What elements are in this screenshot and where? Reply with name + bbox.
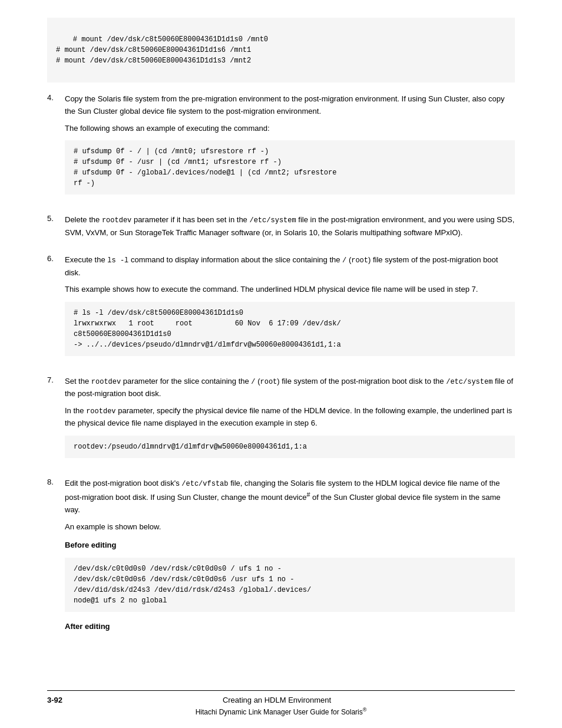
list-number-8: 8. xyxy=(47,477,65,486)
item5-inline-code-rootdev: rootdev xyxy=(102,216,131,225)
item7-code: rootdev:/pseudo/dlmndrv@1/dlmfdrv@w50060… xyxy=(65,436,515,458)
list-item-5: 5. Delete the rootdev parameter if it ha… xyxy=(47,214,515,243)
item4-code: # ufsdump 0f - / | (cd /mnt0; ufsrestore… xyxy=(65,140,515,195)
before-editing-label: Before editing xyxy=(65,539,515,552)
item5-para1: Delete the rootdev parameter if it has b… xyxy=(65,214,515,239)
item6-inline-slash: / xyxy=(342,256,346,265)
item8-inline-vfstab: /etc/vfstab xyxy=(181,480,228,488)
list-content-4: Copy the Solaris file system from the pr… xyxy=(65,93,515,203)
list-content-6: Execute the ls -l command to display inf… xyxy=(65,254,515,365)
item4-para2: The following shows an example of execut… xyxy=(65,123,515,135)
item8-para1: Edit the post-migration boot disk's /etc… xyxy=(65,477,515,516)
item8-para2: An example is shown below. xyxy=(65,521,515,533)
item6-para2: This example shows how to execute the co… xyxy=(65,284,515,296)
list-content-8: Edit the post-migration boot disk's /etc… xyxy=(65,477,515,635)
top-code-line-1: # mount /dev/dsk/c8t50060E80004361D1d1s0… xyxy=(56,35,268,65)
list-number-4: 4. xyxy=(47,93,65,102)
item6-inline-ls: ls -l xyxy=(107,256,128,265)
numbered-list: 4. Copy the Solaris file system from the… xyxy=(47,93,515,635)
page-container: # mount /dev/dsk/c8t50060E80004361D1d1s0… xyxy=(0,0,562,728)
list-content-7: Set the rootdev parameter for the slice … xyxy=(65,375,515,467)
item7-inline-slash: / xyxy=(251,378,255,386)
list-item-8: 8. Edit the post-migration boot disk's /… xyxy=(47,477,515,635)
item6-inline-root: root xyxy=(351,256,368,265)
item7-inline-root: root xyxy=(260,378,277,386)
item6-para1: Execute the ls -l command to display inf… xyxy=(65,254,515,279)
footer-subtitle: Hitachi Dynamic Link Manager User Guide … xyxy=(47,707,515,716)
footer-center-text: Creating an HDLM Environment xyxy=(62,696,491,704)
list-item-4: 4. Copy the Solaris file system from the… xyxy=(47,93,515,203)
list-item-7: 7. Set the rootdev parameter for the sli… xyxy=(47,375,515,467)
footer-page-number: 3-92 xyxy=(47,696,62,704)
footer-container: 3-92 Creating an HDLM Environment xyxy=(47,696,515,704)
top-code-block: # mount /dev/dsk/c8t50060E80004361D1d1s0… xyxy=(47,18,515,83)
after-editing-label: After editing xyxy=(65,621,515,633)
list-item-6: 6. Execute the ls -l command to display … xyxy=(47,254,515,365)
list-number-7: 7. xyxy=(47,375,65,384)
list-number-5: 5. xyxy=(47,214,65,223)
item6-code: # ls -l /dev/dsk/c8t50060E80004361D1d1s0… xyxy=(65,302,515,356)
item4-para1: Copy the Solaris file system from the pr… xyxy=(65,93,515,118)
list-content-5: Delete the rootdev parameter if it has b… xyxy=(65,214,515,243)
list-number-6: 6. xyxy=(47,254,65,263)
item7-inline-rootdev2: rootdev xyxy=(86,407,115,416)
footer-divider xyxy=(47,690,515,691)
before-editing-code: /dev/dsk/c0t0d0s0 /dev/rdsk/c0t0d0s0 / u… xyxy=(65,558,515,612)
item7-inline-rootdev1: rootdev xyxy=(91,378,121,386)
item5-inline-code-etc: /etc/system xyxy=(249,216,296,225)
item7-inline-etc: /etc/system xyxy=(446,378,492,386)
item7-para1: Set the rootdev parameter for the slice … xyxy=(65,375,515,400)
item7-para2: In the rootdev parameter, specify the ph… xyxy=(65,405,515,430)
